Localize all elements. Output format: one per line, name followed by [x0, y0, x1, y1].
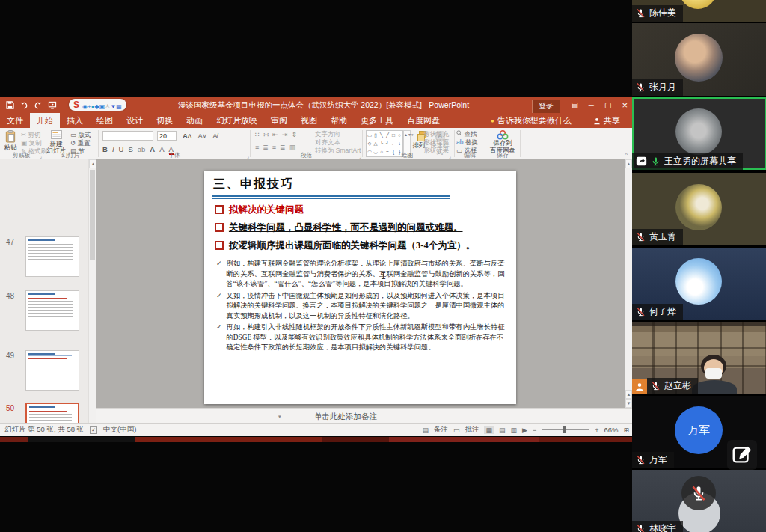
notes-toggle-icon[interactable]: ▤	[422, 426, 429, 434]
fit-to-window-icon[interactable]: ⊞	[623, 426, 629, 434]
ribbon-display-options-icon[interactable]: ▤	[571, 101, 577, 109]
next-slide-icon[interactable]: ▼	[625, 399, 632, 408]
participant-tile[interactable]: 王立勇的屏幕共享	[632, 97, 766, 170]
ribbon-tab[interactable]: 动画	[180, 113, 209, 128]
paragraph-dialog-launcher-icon[interactable]: ⌟	[359, 153, 361, 159]
close-icon[interactable]: ×	[622, 100, 628, 111]
scrollbar-thumb[interactable]	[90, 170, 95, 260]
zoom-out-icon[interactable]: −	[533, 426, 536, 434]
shape-icon[interactable]: ╰	[380, 140, 383, 147]
shape-icon[interactable]: ←	[391, 140, 396, 147]
ribbon-tab[interactable]: 更多工具	[354, 113, 400, 128]
scroll-up-icon[interactable]: ▲	[625, 159, 632, 168]
shape-icon[interactable]: ▭	[367, 132, 372, 139]
collapse-ribbon-icon[interactable]: ^	[625, 151, 628, 158]
slide[interactable]: 三、申报技巧 拟解决的关键问题关键科学问题，凸显科学性，而不是遇到的问题或难题。…	[204, 171, 516, 404]
shape-icon[interactable]: □	[392, 132, 395, 139]
notes-pane[interactable]: ▾ 单击此处添加备注	[96, 408, 632, 424]
list-indent-icon[interactable]: ∷	[255, 131, 260, 138]
undo-icon[interactable]	[19, 101, 28, 109]
zoom-slider[interactable]	[542, 429, 589, 430]
notes-splitter-icon[interactable]: ▾	[278, 414, 281, 420]
tell-me-box[interactable]: ● 告诉我你想要做什么	[485, 113, 577, 129]
ribbon-tab[interactable]: 插入	[60, 113, 90, 128]
alignment-icon[interactable]: ≡	[272, 144, 276, 151]
shrink-font-icon[interactable]: A˅	[197, 132, 206, 140]
drawing-dialog-launcher-icon[interactable]: ⌟	[449, 153, 451, 159]
ribbon-tab[interactable]: 百度网盘	[400, 113, 447, 128]
shape-icon[interactable]: ○	[398, 132, 401, 139]
ribbon-tab[interactable]: 绘图	[90, 113, 120, 128]
slide-thumbnail[interactable]	[25, 236, 79, 277]
ribbon-tab[interactable]: 设计	[120, 113, 150, 128]
alignment-icon[interactable]: ≣	[263, 144, 269, 151]
meeting-floating-toolbar[interactable]: S ◉+●◆▣♙▼▦	[69, 99, 126, 111]
list-indent-icon[interactable]: ⇕	[291, 131, 297, 138]
alignment-icon[interactable]: ≣	[280, 144, 286, 151]
shape-icon[interactable]: ↓	[398, 140, 400, 147]
alignment-icon[interactable]: ≡	[255, 144, 259, 151]
clipboard-dialog-launcher-icon[interactable]: ⌟	[40, 153, 42, 159]
alignment-icon[interactable]: ▥	[289, 144, 296, 151]
font-size-input[interactable]	[157, 131, 177, 141]
participant-tile[interactable]: 黄玉菁	[632, 173, 766, 245]
zoom-level[interactable]: 66%	[604, 426, 618, 434]
minimize-icon[interactable]: ─	[589, 101, 594, 109]
list-indent-icon[interactable]: ⇤	[272, 131, 278, 138]
shape-icon[interactable]: ▯	[374, 132, 377, 139]
thumbnails-scrollbar[interactable]: ▲	[88, 159, 96, 423]
previous-slide-icon[interactable]: ▲	[625, 390, 632, 399]
participant-tile[interactable]: 林晓宇	[632, 470, 766, 532]
maximize-icon[interactable]: ▢	[604, 101, 611, 109]
shape-icon[interactable]: ╯	[386, 140, 389, 147]
ribbon-tab[interactable]: 帮助	[324, 113, 354, 128]
slide-sorter-view-icon[interactable]: ▤	[499, 426, 506, 434]
canvas-scrollbar[interactable]: ▲ ▲ ▼	[625, 159, 632, 408]
zoom-slider-thumb[interactable]	[563, 426, 566, 433]
normal-view-icon[interactable]: ▦	[484, 426, 494, 434]
grow-font-icon[interactable]: A˄	[183, 132, 192, 140]
list-indent-icon[interactable]: ⇥	[282, 131, 288, 138]
slide-thumbnail[interactable]	[25, 403, 79, 423]
participant-tile[interactable]: 赵立彬	[632, 322, 766, 394]
zoom-in-icon[interactable]: +	[595, 426, 598, 434]
slideshow-view-icon[interactable]: ▶	[522, 426, 527, 434]
reading-view-icon[interactable]: ▥	[510, 426, 517, 434]
shape-icon[interactable]: ╱	[386, 132, 389, 139]
slide-number-status[interactable]: 幻灯片 第 50 张, 共 58 张	[4, 425, 84, 435]
font-dialog-launcher-icon[interactable]: ⌟	[247, 153, 249, 159]
shape-effects-button[interactable]: 形状效果	[423, 147, 449, 156]
list-indent-icon[interactable]: ∺	[263, 131, 269, 138]
save-icon[interactable]	[6, 101, 14, 109]
paste-button[interactable]: 粘贴	[1, 130, 19, 151]
shape-icon[interactable]: △	[374, 140, 378, 147]
slide-thumbnail[interactable]	[25, 350, 79, 391]
participant-tile[interactable]: 张月月	[632, 23, 766, 96]
font-name-input[interactable]	[102, 131, 153, 141]
ribbon-tab[interactable]: 审阅	[264, 113, 294, 128]
start-slideshow-icon[interactable]	[48, 101, 57, 109]
clear-formatting-icon[interactable]: A̸	[212, 132, 217, 140]
language-status[interactable]: 中文(中国)	[103, 425, 136, 435]
floating-toolbar-icon[interactable]: ▦	[116, 103, 122, 110]
ribbon-tab[interactable]: 切换	[150, 113, 180, 128]
spellcheck-icon[interactable]: ✓	[90, 426, 97, 434]
annotation-tool-button[interactable]	[727, 440, 757, 470]
ribbon-tab[interactable]: 开始	[30, 113, 60, 128]
shape-icon[interactable]: ╲	[380, 132, 383, 139]
ribbon-tab[interactable]: 文件	[0, 113, 30, 128]
slide-thumbnail[interactable]	[25, 290, 79, 331]
comments-toggle-icon[interactable]: ▭	[453, 426, 460, 434]
participant-tile[interactable]: 陈佳美	[632, 0, 766, 22]
login-button[interactable]: 登录	[532, 100, 560, 114]
comments-toggle[interactable]: 批注	[465, 425, 479, 435]
notes-toggle[interactable]: 备注	[434, 425, 448, 435]
share-button[interactable]: 共享	[586, 113, 628, 129]
ribbon-tab[interactable]: 幻灯片放映	[209, 113, 264, 128]
ribbon-tab[interactable]: 视图	[294, 113, 324, 128]
notes-placeholder[interactable]: 单击此处添加备注	[314, 412, 377, 422]
redo-icon[interactable]	[34, 101, 43, 109]
participant-tile[interactable]: 何子烨	[632, 248, 766, 320]
shape-icon[interactable]: ◇	[368, 140, 372, 147]
floating-toolbar-icon[interactable]: ◉	[82, 103, 88, 110]
